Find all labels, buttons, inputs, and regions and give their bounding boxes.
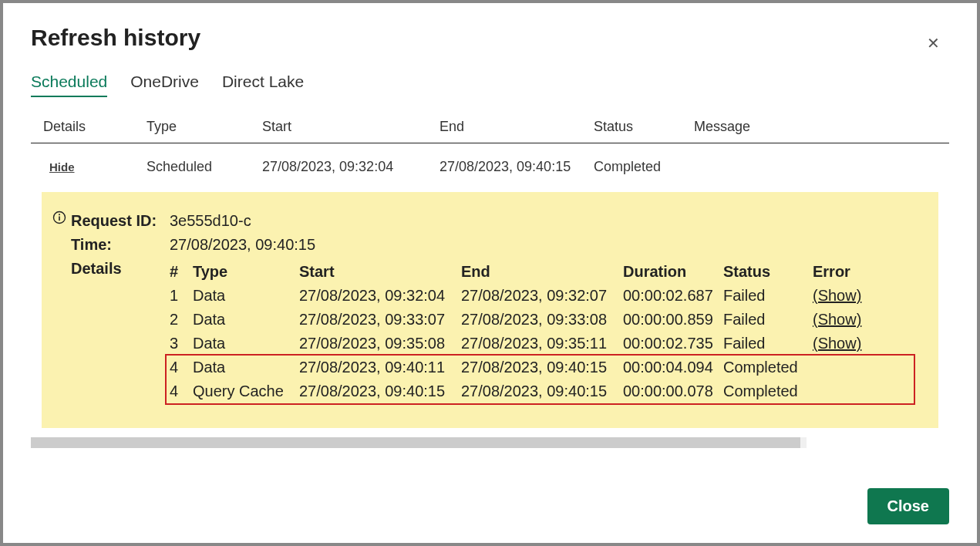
col-type: Type [146,119,262,135]
attempt-row: 3Data27/08/2023, 09:35:0827/08/2023, 09:… [170,332,915,356]
table-header: Details Type Start End Status Message [31,119,949,143]
dialog-footer: Close [31,460,949,524]
request-id-value: 3e555d10-c [170,209,915,233]
row-message [694,159,941,175]
detail-panel: Request ID: 3e555d10-c Time: 27/08/2023,… [42,192,938,428]
svg-point-1 [59,214,60,215]
row-end: 27/08/2023, 09:40:15 [439,159,594,175]
tab-onedrive[interactable]: OneDrive [130,72,199,97]
col-message: Message [694,119,941,135]
close-icon[interactable]: ✕ [927,35,940,51]
show-error-link[interactable]: (Show) [813,287,861,304]
row-status: Completed [594,159,694,175]
highlight-frame: 4Data27/08/2023, 09:40:1127/08/2023, 09:… [165,354,915,405]
table-row: Hide Scheduled 27/08/2023, 09:32:04 27/0… [31,143,949,181]
col-details: Details [39,119,146,135]
info-icon [52,211,66,224]
details-label: Details [71,257,170,281]
time-value: 27/08/2023, 09:40:15 [170,233,915,257]
attempts-table: # Type Start End Duration Status Error 1… [170,260,915,405]
svg-rect-2 [59,217,60,221]
tab-direct-lake[interactable]: Direct Lake [222,72,304,97]
close-button[interactable]: Close [867,488,949,524]
show-error-link[interactable]: (Show) [813,335,861,352]
horizontal-scrollbar-thumb[interactable] [31,437,800,448]
col-start: Start [262,119,439,135]
col-end: End [439,119,594,135]
row-start: 27/08/2023, 09:32:04 [262,159,439,175]
attempts-header: # Type Start End Duration Status Error [170,260,915,284]
attempt-row: 4Query Cache27/08/2023, 09:40:1527/08/20… [170,379,912,403]
refresh-history-dialog: Refresh history ✕ Scheduled OneDrive Dir… [3,3,977,543]
tab-list: Scheduled OneDrive Direct Lake [31,72,949,97]
dialog-title: Refresh history [31,25,949,51]
attempt-row: 4Data27/08/2023, 09:40:1127/08/2023, 09:… [170,356,912,379]
request-id-label: Request ID: [71,209,170,233]
col-status: Status [594,119,694,135]
attempt-row: 2Data27/08/2023, 09:33:0727/08/2023, 09:… [170,308,915,332]
show-error-link[interactable]: (Show) [813,311,861,328]
hide-details-link[interactable]: Hide [43,160,75,174]
row-type: Scheduled [146,159,262,175]
time-label: Time: [71,233,170,257]
horizontal-scrollbar[interactable] [31,437,807,448]
attempt-row: 1Data27/08/2023, 09:32:0427/08/2023, 09:… [170,284,915,308]
tab-scheduled[interactable]: Scheduled [31,72,107,97]
history-body: Details Type Start End Status Message Hi… [31,119,949,460]
